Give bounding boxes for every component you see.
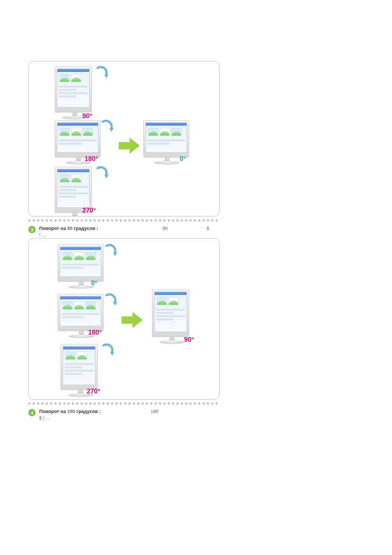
step-number-badge: 3 [28, 226, 36, 233]
label-90-text: 90° [82, 112, 92, 119]
step-mid-number: 180 [151, 409, 159, 414]
label-270: 270° [82, 207, 96, 214]
svg-marker-0 [104, 74, 109, 78]
label-270: 270° [87, 388, 100, 395]
step-bold-num: 180 [67, 409, 75, 414]
label-180: 180° [88, 329, 102, 336]
label-180: 180° [85, 155, 98, 163]
step-number-badge: 4 [28, 409, 36, 416]
svg-marker-5 [113, 302, 117, 305]
monitor-0 [58, 244, 105, 289]
step-bold-prefix: Поворот на [39, 409, 67, 414]
step-text: Поворот на 90 градусов : 90 $ ! , . [39, 225, 213, 238]
rotate-arrow-icon [95, 66, 109, 80]
step-3: 3 Поворот на 90 градусов : 90 $ ! , . [28, 225, 213, 238]
rotate-arrow-icon [101, 343, 115, 358]
figure-rotation-0: 90° 180° [28, 61, 220, 216]
step-tail: $ ! , . [39, 415, 50, 421]
rotate-arrow-icon [95, 166, 109, 181]
label-0: 0° [91, 279, 97, 287]
svg-marker-7 [110, 352, 114, 356]
svg-marker-1 [109, 128, 114, 132]
step-tail: ! , . [39, 232, 46, 238]
result-arrow-icon [122, 311, 143, 329]
step-bold-num: 90 [67, 226, 72, 231]
figure-rotation-90: 0° 180° [28, 238, 220, 400]
step-right-symbol: $ [207, 226, 209, 231]
result-arrow-icon [119, 137, 140, 154]
separator-dots [28, 402, 219, 405]
step-number-text: 3 [30, 227, 33, 232]
step-text: Поворот на 180 градусов : 180 $ ! , . [39, 408, 213, 421]
step-bold-suffix: градусов : [73, 226, 98, 231]
label-0: 0° [180, 155, 186, 163]
svg-marker-4 [113, 252, 117, 256]
step-number-text: 4 [30, 410, 33, 416]
rotate-arrow-icon [103, 293, 118, 308]
svg-marker-6 [122, 312, 143, 328]
label-0-text: 0° [91, 279, 97, 287]
svg-marker-3 [104, 175, 109, 178]
rotate-arrow-icon [100, 119, 114, 134]
svg-marker-2 [119, 138, 140, 154]
separator-dots [28, 219, 219, 222]
label-0-text: 0° [180, 155, 186, 162]
monitor-90 [55, 66, 95, 119]
label-180-text: 180° [88, 329, 102, 336]
step-4: 4 Поворот на 180 градусов : 180 $ ! , . [28, 408, 213, 421]
label-270-text: 270° [87, 388, 100, 395]
label-90: 90° [82, 112, 92, 120]
label-90-text: 90° [184, 336, 194, 343]
rotate-arrow-icon [103, 244, 118, 258]
step-bold-suffix: градусов : [75, 409, 101, 414]
label-180-text: 180° [85, 155, 98, 162]
label-90: 90° [184, 336, 194, 344]
step-bold-prefix: Поворот на [39, 226, 67, 231]
step-mid-number: 90 [163, 226, 168, 231]
label-270-text: 270° [82, 207, 96, 214]
